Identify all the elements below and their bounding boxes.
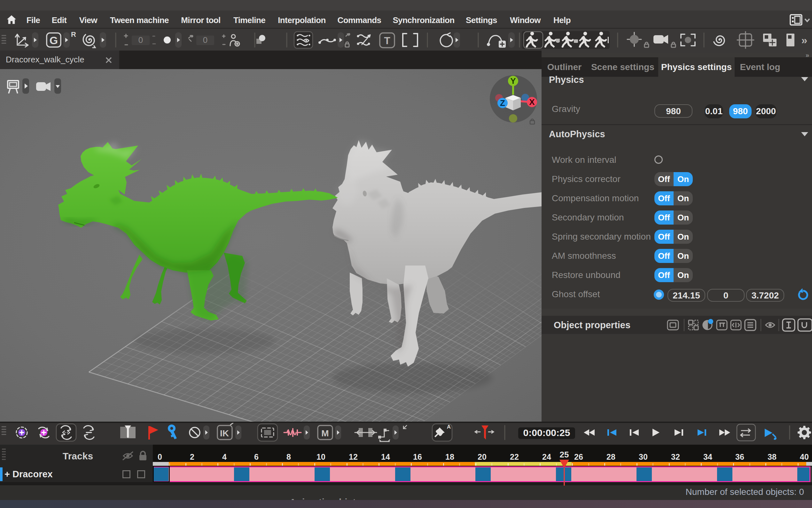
svg-text:R: R — [71, 30, 76, 38]
svg-text:0:00:00:25: 0:00:00:25 — [523, 427, 570, 438]
svg-text:»: » — [802, 34, 808, 46]
svg-text:T: T — [384, 35, 390, 46]
svg-text:A: A — [447, 424, 451, 430]
svg-text:0: 0 — [203, 35, 207, 45]
svg-text:IK: IK — [220, 428, 229, 438]
svg-text:M: M — [321, 428, 329, 438]
svg-text:Z: Z — [500, 98, 505, 108]
svg-text:G: G — [50, 34, 58, 46]
svg-text:0: 0 — [138, 35, 143, 45]
svg-text:Y: Y — [510, 76, 516, 86]
svg-text:X: X — [529, 97, 535, 107]
